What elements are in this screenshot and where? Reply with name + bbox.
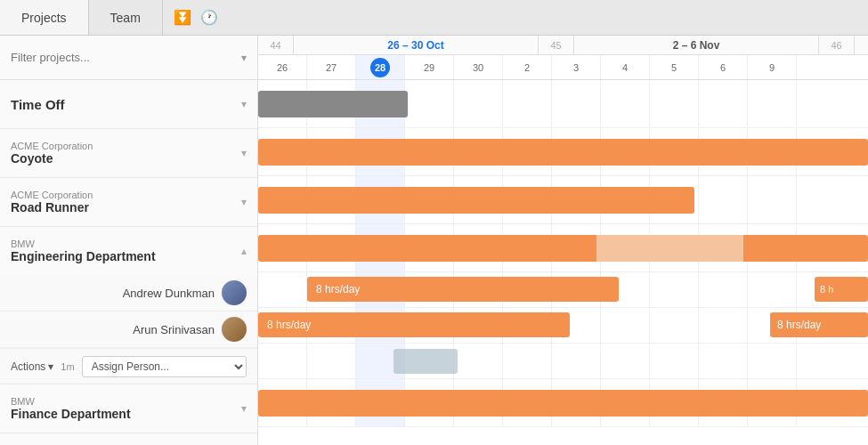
gantt-body: 8 hrs/day 8 h — [258, 80, 868, 445]
gantt-row-bmw-finance — [258, 379, 868, 427]
acme-coyote-company: ACME Corporation — [11, 141, 234, 151]
gantt-row-actions — [258, 344, 868, 379]
time-off-title: Time Off — [11, 97, 234, 112]
member-andrew: Andrew Dunkman — [0, 275, 257, 312]
bar-bmw-eng-light — [596, 235, 694, 262]
actions-row: Actions ▾ 1m Assign Person... — [0, 348, 257, 384]
nav-icons: ⏬ 🕐 — [163, 9, 229, 26]
assign-person-select[interactable]: Assign Person... — [82, 356, 247, 377]
member-arun: Arun Srinivasan — [0, 312, 257, 348]
bar-andrew-right: 8 h — [815, 277, 868, 302]
double-chevron-icon[interactable]: ⏬ — [174, 9, 191, 26]
day-29: 29 — [405, 55, 454, 79]
sidebar-item-acme-coyote-header[interactable]: ACME Corporation Coyote ▾ — [0, 129, 257, 177]
bar-arun-right: 8 hrs/day — [770, 312, 868, 337]
acme-roadrunner-company: ACME Corporation — [11, 190, 234, 200]
bmw-finance-project: Finance Department — [11, 407, 234, 421]
bmw-engineering-project: Engineering Department — [11, 249, 234, 263]
sidebar-item-acme-coyote: ACME Corporation Coyote ▾ — [0, 129, 257, 178]
gantt-row-bmw-engineering — [258, 224, 868, 272]
gantt-row-acme-roadrunner — [258, 176, 868, 224]
sidebar-item-bmw-finance-header[interactable]: BMW Finance Department ▾ — [0, 384, 257, 433]
sidebar: ▾ Time Off ▾ ACME Corporation Coyote — [0, 36, 258, 445]
expand-icon-acme-roadrunner: ▾ — [241, 196, 247, 208]
bar-arun: 8 hrs/day — [258, 312, 570, 337]
day-4: 4 — [601, 55, 650, 79]
cursor-placeholder — [393, 349, 458, 374]
chevron-down-icon[interactable]: ▾ — [241, 52, 247, 64]
andrew-rate: 8 hrs/day — [316, 283, 360, 295]
bar-bmw-finance — [258, 390, 868, 417]
gantt-chart: 44 26 – 30 Oct 45 2 – 6 Nov 46 26 27 28 — [258, 36, 868, 445]
tab-projects[interactable]: Projects — [0, 0, 89, 35]
day-2: 2 — [503, 55, 552, 79]
arun-rate: 8 hrs/day — [267, 319, 311, 331]
filter-input[interactable] — [11, 51, 241, 64]
acme-coyote-project: Coyote — [11, 151, 234, 166]
sidebar-item-acme-roadrunner-header[interactable]: ACME Corporation Road Runner ▾ — [0, 178, 257, 226]
week-46-num: 46 — [819, 36, 855, 54]
bar-bmw-eng-light2 — [694, 235, 743, 262]
bar-acme-roadrunner — [258, 187, 694, 214]
sidebar-item-time-off-header[interactable]: Time Off ▾ — [0, 80, 257, 128]
actions-button[interactable]: Actions ▾ — [11, 360, 53, 373]
gantt-row-andrew: 8 hrs/day 8 h — [258, 272, 868, 308]
day-5: 5 — [650, 55, 699, 79]
week-44-num: 44 — [258, 36, 294, 54]
arun-avatar — [222, 317, 247, 342]
day-header-row: 26 27 28 29 30 2 3 4 5 6 — [258, 55, 868, 80]
interval-label: 1m — [61, 361, 74, 372]
clock-icon[interactable]: 🕐 — [200, 9, 218, 26]
gantt-row-acme-coyote — [258, 128, 868, 176]
gantt-row-time-off — [258, 80, 868, 128]
day-30: 30 — [454, 55, 503, 79]
bmw-engineering-company: BMW — [11, 239, 234, 249]
gantt-row-arun: 8 hrs/day 8 hrs/day — [258, 308, 868, 344]
bmw-engineering-members: Andrew Dunkman Arun Srinivasan Acti — [0, 275, 257, 384]
week-2-6-nov: 2 – 6 Nov — [574, 36, 819, 54]
bar-andrew: 8 hrs/day — [307, 277, 619, 302]
sidebar-item-bmw-engineering-header[interactable]: BMW Engineering Department ▴ — [0, 227, 257, 275]
day-9: 9 — [748, 55, 797, 79]
bar-acme-coyote — [258, 139, 868, 166]
day-3: 3 — [552, 55, 601, 79]
day-6: 6 — [699, 55, 748, 79]
week-26-30-oct: 26 – 30 Oct — [294, 36, 539, 54]
expand-icon-bmw-engineering: ▴ — [241, 245, 247, 257]
top-nav: Projects Team ⏬ 🕐 — [0, 0, 868, 36]
bar-time-off — [258, 91, 408, 117]
day-28-today: 28 — [356, 55, 405, 79]
arun-name: Arun Srinivasan — [18, 323, 222, 336]
sidebar-item-acme-roadrunner: ACME Corporation Road Runner ▾ — [0, 178, 257, 227]
tab-team[interactable]: Team — [89, 0, 163, 35]
week-45-num: 45 — [539, 36, 574, 54]
sidebar-item-time-off: Time Off ▾ — [0, 80, 257, 129]
expand-icon-bmw-finance: ▾ — [241, 402, 247, 415]
acme-roadrunner-project: Road Runner — [11, 200, 234, 214]
bmw-finance-company: BMW — [11, 396, 234, 407]
andrew-avatar — [222, 280, 247, 305]
week-label-row: 44 26 – 30 Oct 45 2 – 6 Nov 46 — [258, 36, 868, 55]
day-27: 27 — [307, 55, 356, 79]
expand-icon-acme-coyote: ▾ — [241, 147, 247, 159]
day-26: 26 — [258, 55, 307, 79]
filter-row: ▾ — [0, 36, 257, 80]
sidebar-item-bmw-finance: BMW Finance Department ▾ — [0, 384, 257, 433]
bar-bmw-eng-orange — [258, 235, 596, 262]
app-container: Projects Team ⏬ 🕐 ▾ Time Off ▾ — [0, 0, 868, 445]
sidebar-item-bmw-engineering: BMW Engineering Department ▴ Andrew Dunk… — [0, 227, 257, 384]
main-content: ▾ Time Off ▾ ACME Corporation Coyote — [0, 36, 868, 445]
bar-bmw-eng-end — [743, 235, 868, 262]
expand-icon-time-off: ▾ — [241, 98, 247, 110]
andrew-name: Andrew Dunkman — [18, 287, 222, 300]
